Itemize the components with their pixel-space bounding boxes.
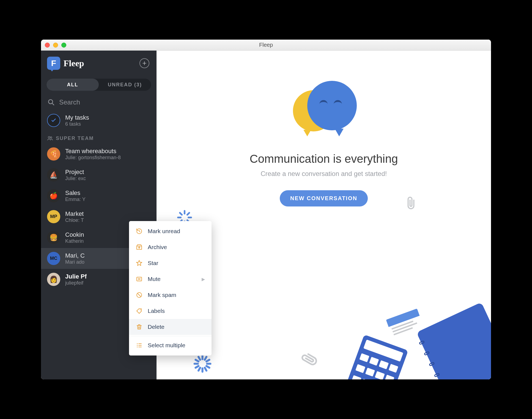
svg-line-1 bbox=[52, 103, 54, 105]
context-menu-spam[interactable]: Mark spam bbox=[129, 287, 212, 303]
team-icon bbox=[47, 135, 53, 141]
svg-point-8 bbox=[137, 345, 138, 346]
my-tasks-title: My tasks bbox=[65, 114, 89, 121]
empty-state: Communication is everything Create a new… bbox=[249, 81, 398, 206]
avatar: MP bbox=[47, 210, 60, 223]
context-menu-label[interactable]: Labels bbox=[129, 303, 212, 319]
conversation-item[interactable]: ⛵ Project Julie: exc bbox=[41, 164, 157, 185]
context-menu-label: Mark unread bbox=[148, 228, 180, 235]
sidebar-header: F Fleep bbox=[41, 51, 157, 76]
check-icon bbox=[51, 117, 57, 123]
tasks-icon bbox=[47, 114, 60, 127]
conversation-item[interactable]: 🍎 Sales Emma: Y bbox=[41, 185, 157, 206]
app-window: Fleep F Fleep ALL UNREAD (3) Search bbox=[41, 40, 491, 379]
conversation-preview: juliepfeif bbox=[65, 280, 87, 286]
window-controls bbox=[45, 43, 66, 48]
avatar: 🍕 bbox=[47, 147, 60, 161]
empty-state-subtitle: Create a new conversation and get starte… bbox=[261, 170, 387, 178]
context-menu-trash[interactable]: Delete bbox=[129, 319, 212, 335]
conversation-preview: Julie: gortonsfisherman-8 bbox=[65, 155, 121, 161]
context-menu-label: Delete bbox=[148, 324, 164, 330]
window-title: Fleep bbox=[259, 42, 273, 48]
app-name: Fleep bbox=[64, 58, 84, 68]
minimize-window-button[interactable] bbox=[53, 43, 58, 48]
logo-icon: F bbox=[47, 57, 60, 70]
svg-point-3 bbox=[50, 137, 52, 139]
svg-point-0 bbox=[48, 100, 53, 104]
avatar: ⛵ bbox=[47, 168, 60, 181]
search-placeholder: Search bbox=[59, 98, 80, 106]
mute-icon bbox=[136, 275, 143, 283]
titlebar: Fleep bbox=[41, 40, 491, 51]
context-menu-label: Mute bbox=[148, 276, 161, 282]
svg-point-7 bbox=[137, 343, 138, 344]
spam-icon bbox=[136, 291, 143, 299]
new-conversation-button[interactable]: NEW CONVERSATION bbox=[280, 190, 368, 206]
zoom-window-button[interactable] bbox=[61, 43, 66, 48]
conversation-preview: Katherin bbox=[65, 238, 84, 244]
my-tasks-item[interactable]: My tasks 6 tasks bbox=[41, 110, 157, 131]
svg-point-2 bbox=[48, 136, 50, 138]
section-label: SUPER TEAM bbox=[56, 136, 94, 141]
star-icon bbox=[136, 260, 143, 267]
empty-state-title: Communication is everything bbox=[249, 152, 398, 166]
context-menu-list[interactable]: Select multiple bbox=[129, 337, 212, 353]
conversation-preview: Chloe: T bbox=[65, 217, 84, 223]
search-input[interactable]: Search bbox=[41, 95, 157, 110]
list-icon bbox=[136, 342, 143, 349]
conversation-title: Mari, C bbox=[65, 252, 85, 259]
conversation-title: Market bbox=[65, 210, 84, 217]
context-menu-label: Star bbox=[148, 260, 158, 266]
svg-point-9 bbox=[137, 347, 138, 348]
context-menu: Mark unreadArchiveStarMute▶Mark spamLabe… bbox=[129, 221, 212, 355]
context-menu-history[interactable]: Mark unread bbox=[129, 223, 212, 239]
context-menu-label: Mark spam bbox=[148, 292, 176, 298]
trash-icon bbox=[136, 323, 143, 330]
paperclip-icon bbox=[405, 196, 417, 211]
plus-icon bbox=[142, 60, 147, 66]
context-menu-star[interactable]: Star bbox=[129, 255, 212, 271]
close-window-button[interactable] bbox=[45, 43, 50, 48]
conversation-title: Team whereabouts bbox=[65, 148, 121, 155]
paperclip-icon bbox=[298, 348, 322, 370]
context-menu-label: Labels bbox=[148, 308, 165, 314]
context-menu-mute[interactable]: Mute▶ bbox=[129, 271, 212, 287]
spinner-icon bbox=[194, 355, 212, 373]
conversation-item[interactable]: 🍕 Team whereabouts Julie: gortonsfisherm… bbox=[41, 144, 157, 164]
my-tasks-subtitle: 6 tasks bbox=[65, 121, 89, 127]
search-icon bbox=[48, 99, 55, 106]
conversation-preview: Emma: Y bbox=[65, 197, 86, 202]
avatar: 🍔 bbox=[47, 231, 60, 244]
filter-tabs: ALL UNREAD (3) bbox=[46, 79, 151, 91]
section-super-team: SUPER TEAM bbox=[41, 131, 157, 144]
avatar: MC bbox=[47, 252, 60, 265]
conversation-title: Sales bbox=[65, 189, 86, 197]
app-logo[interactable]: F Fleep bbox=[47, 57, 84, 70]
label-icon bbox=[136, 307, 143, 315]
tab-all[interactable]: ALL bbox=[46, 79, 99, 91]
context-menu-archive[interactable]: Archive bbox=[129, 239, 212, 255]
avatar: 🍎 bbox=[47, 189, 60, 202]
conversation-preview: Julie: exc bbox=[65, 176, 86, 181]
conversation-title: Project bbox=[65, 169, 86, 176]
chat-bubbles-illustration bbox=[291, 81, 357, 141]
conversation-preview: Mari ado bbox=[65, 259, 85, 265]
conversation-title: Julie Pf bbox=[65, 273, 87, 280]
new-conversation-icon-button[interactable] bbox=[139, 58, 149, 68]
tab-unread[interactable]: UNREAD (3) bbox=[99, 79, 151, 91]
conversation-title: Cookin bbox=[65, 231, 84, 238]
avatar: 👩 bbox=[47, 273, 60, 286]
context-menu-label: Archive bbox=[148, 244, 167, 250]
context-menu-label: Select multiple bbox=[148, 342, 185, 349]
svg-point-6 bbox=[140, 310, 141, 310]
notebook-illustration bbox=[416, 302, 491, 379]
chevron-right-icon: ▶ bbox=[202, 277, 205, 282]
history-icon bbox=[136, 228, 143, 235]
archive-icon bbox=[136, 244, 143, 251]
